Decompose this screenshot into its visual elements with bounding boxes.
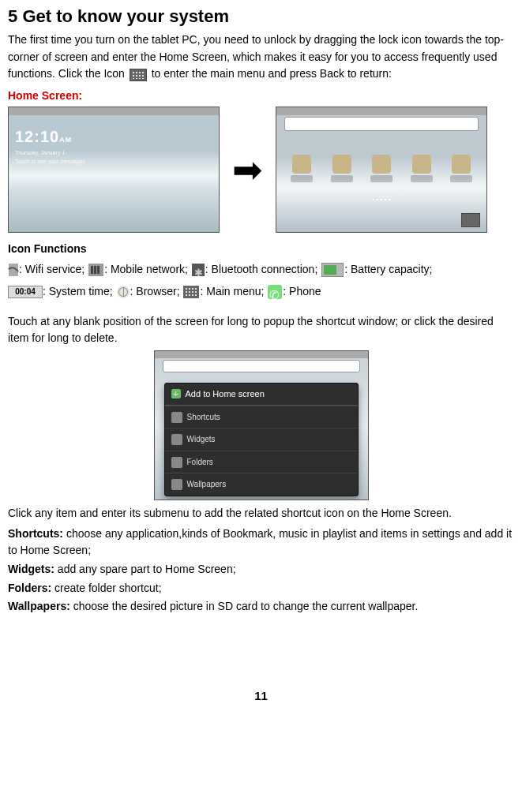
app-icon (331, 155, 353, 180)
bluetooth-icon (192, 264, 205, 276)
app-icon (291, 155, 313, 180)
menu-tray-icon (461, 213, 480, 227)
def-wallpapers: Wallpapers: choose the desired picture i… (8, 598, 514, 616)
page-number: 11 (8, 687, 514, 705)
menu-label: : Main menu; (200, 285, 264, 297)
phone-icon (268, 285, 282, 299)
app-icon (450, 155, 472, 180)
def-widgets-text: add any spare part to Home Screen; (54, 563, 236, 575)
lock-day: Thursday, January 1 (15, 149, 85, 158)
system-time-icon: 00:04 (8, 286, 43, 298)
mobile-label: : Mobile network; (104, 263, 188, 275)
def-folders-label: Folders: (8, 582, 51, 594)
intro-paragraph: The first time you turn on the tablet PC… (8, 32, 514, 83)
page-dots: • • • • • (276, 195, 486, 204)
batt-label: : Battery capacity; (344, 263, 432, 275)
main-menu-grid-icon (130, 69, 147, 81)
wifi-label: : Wifi service; (19, 263, 84, 275)
row-icon (171, 434, 182, 445)
row-icon (171, 457, 182, 468)
def-widgets: Widgets: add any spare part to Home Scre… (8, 561, 514, 578)
arrow-right-icon: ➡ (232, 152, 263, 188)
dialog-row-widgets: Widgets (165, 428, 358, 451)
status-bar (9, 107, 219, 115)
mobile-network-icon (88, 264, 103, 276)
main-menu-icon (183, 286, 199, 298)
homescreen-screenshot: • • • • • (276, 107, 487, 233)
row-label: Wallpapers (187, 478, 227, 491)
row-icon (171, 412, 182, 423)
lock-clock: 12:10AM Thursday, January 1 Touch to see… (15, 125, 85, 167)
icon-functions-line2: 00:04: System time; : Browser; : Main me… (8, 280, 514, 302)
submenu-note: Click any item and enter its submenu to … (8, 505, 514, 522)
row-label: Folders (187, 456, 213, 469)
wifi-icon (9, 264, 18, 276)
dialog-header: + Add to Home screen (165, 384, 358, 406)
row-icon (171, 479, 182, 490)
row-label: Shortcuts (187, 411, 220, 424)
battery-icon (321, 263, 344, 277)
screenshot-row: 12:10AM Thursday, January 1 Touch to see… (8, 107, 514, 233)
section-heading: 5 Get to know your system (8, 3, 514, 30)
intro-tail: to enter the main menu and press Back to… (152, 67, 392, 80)
def-widgets-label: Widgets: (8, 563, 54, 575)
app-icon (370, 155, 392, 180)
dialog-row-shortcuts: Shortcuts (165, 406, 358, 428)
browser-label: : Browser; (130, 285, 180, 297)
search-bar (284, 117, 479, 131)
dialog-row-folders: Folders (165, 451, 358, 473)
def-folders-text: create folder shortcut; (51, 582, 161, 594)
app-row (291, 155, 472, 180)
def-shortcuts-label: Shortcuts: (8, 527, 63, 540)
lockscreen-screenshot: 12:10AM Thursday, January 1 Touch to see… (8, 107, 220, 233)
def-folders: Folders: create folder shortcut; (8, 580, 514, 597)
def-wallpapers-text: choose the desired picture in SD card to… (70, 600, 418, 612)
status-bar (276, 107, 486, 115)
dialog-row-wallpapers: Wallpapers (165, 473, 358, 496)
lock-time: 12:10 (15, 128, 59, 145)
time-label: : System time; (43, 285, 113, 297)
section-title-text: Get to know your system (22, 6, 229, 26)
row-label: Widgets (187, 433, 216, 446)
section-number: 5 (8, 6, 17, 26)
lock-ampm: AM (59, 136, 72, 144)
dialog-title: Add to Home screen (186, 387, 265, 401)
icon-functions-line1: : Wifi service; : Mobile network; : Blue… (8, 258, 514, 280)
bt-label: : Bluetooth connection; (205, 263, 317, 275)
home-screen-label: Home Screen: (8, 88, 514, 105)
icon-functions-heading: Icon Functions (8, 241, 514, 258)
search-bar (163, 360, 360, 372)
phone-label: : Phone (283, 285, 321, 297)
popup-screenshot: + Add to Home screen Shortcuts Widgets F… (154, 350, 369, 500)
lock-hint: Touch to see your messages (15, 158, 85, 167)
add-to-home-dialog: + Add to Home screen Shortcuts Widgets F… (164, 383, 359, 496)
def-wallpapers-label: Wallpapers: (8, 600, 70, 612)
status-bar (155, 351, 368, 358)
plus-icon: + (171, 389, 181, 399)
def-shortcuts-text: choose any application,kinds of Bookmark… (8, 527, 512, 557)
touch-note: Touch at any blank position of the scree… (8, 313, 514, 347)
app-icon (411, 155, 433, 180)
browser-icon (117, 286, 130, 298)
def-shortcuts: Shortcuts: choose any application,kinds … (8, 526, 514, 559)
